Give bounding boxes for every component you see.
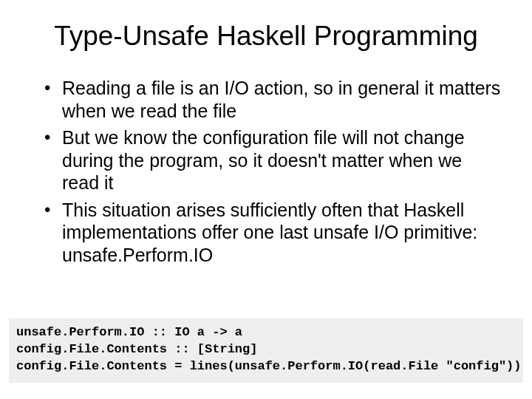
code-line: config.File.Contents :: [String] — [16, 342, 257, 356]
slide-title: Type-Unsafe Haskell Programming — [24, 21, 508, 52]
bullet-item: But we know the configuration file will … — [44, 126, 501, 194]
bullet-list: Reading a file is an I/O action, so in g… — [24, 77, 508, 266]
slide: Type-Unsafe Haskell Programming Reading … — [0, 0, 532, 399]
bullet-item: Reading a file is an I/O action, so in g… — [44, 77, 501, 122]
code-block: unsafe.Perform.IO :: IO a -> a config.Fi… — [9, 318, 523, 383]
code-line: config.File.Contents = lines(unsafe.Perf… — [16, 359, 522, 373]
code-line: unsafe.Perform.IO :: IO a -> a — [16, 325, 242, 339]
bullet-item: This situation arises sufficiently often… — [44, 199, 501, 267]
